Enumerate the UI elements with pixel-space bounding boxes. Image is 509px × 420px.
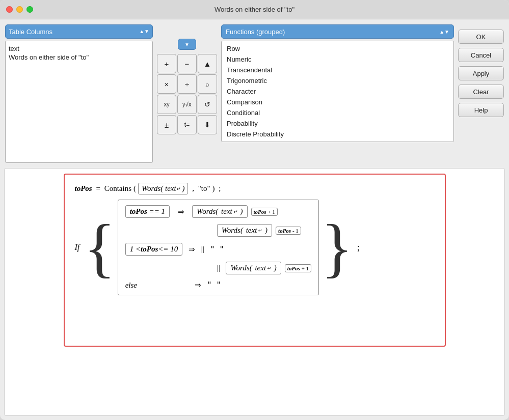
power-btn[interactable]: xy (157, 95, 176, 114)
close-paren-1: ) (212, 184, 217, 193)
list-item[interactable]: Trigonometric (222, 75, 453, 86)
else-label: else (125, 281, 156, 290)
list-item[interactable]: Conditional (222, 107, 453, 118)
columns-list[interactable]: text Words on either side of "to" (5, 41, 153, 163)
semicolon-1: ; (219, 184, 221, 193)
top-section: Table Columns ▲▼ text Words on either si… (0, 19, 509, 168)
divide-btn[interactable]: ÷ (177, 74, 197, 94)
main-window: Words on either side of "to" Table Colum… (0, 0, 509, 420)
formula-display: toPos = Contains ( Words( text↵ ) , "to"… (64, 174, 446, 347)
list-item[interactable]: Row (222, 43, 453, 54)
equals-sign: = (94, 184, 102, 193)
contains-fn: Contains (104, 184, 131, 193)
table-columns-dropdown[interactable]: Table Columns ▲▼ (5, 24, 153, 39)
functions-arrows-icon: ▲▼ (439, 29, 449, 35)
plus-minus-btn[interactable]: ± (157, 115, 176, 134)
dropdown-arrows-icon: ▲▼ (139, 29, 149, 34)
cycle-btn[interactable]: ↺ (198, 95, 217, 114)
list-item: text (9, 44, 149, 53)
case2-result: Words( text↵ ) (217, 224, 272, 237)
text-equal-btn[interactable]: t= (177, 115, 197, 134)
list-item[interactable]: Transcendental (222, 65, 453, 75)
formula-section: toPos = Contains ( Words( text↵ ) , "to"… (4, 168, 505, 416)
close-button[interactable] (6, 6, 13, 13)
table-columns-label: Table Columns (9, 28, 52, 36)
functions-panel: Functions (grouped) ▲▼ Row Numeric Trans… (221, 24, 454, 142)
functions-dropdown[interactable]: Functions (grouped) ▲▼ (221, 24, 454, 39)
up-arrow-btn[interactable]: ▲ (198, 54, 217, 73)
case4-sep: || (217, 264, 222, 272)
case3-arrow-icon: ⇒ (186, 245, 197, 254)
final-semicolon: ; (355, 242, 360, 253)
cancel-button[interactable]: Cancel (458, 48, 504, 62)
apply-button[interactable]: Apply (458, 66, 504, 80)
window-title: Words on either side of "to" (215, 6, 294, 13)
maximize-button[interactable] (26, 6, 33, 13)
left-brace: { (84, 200, 115, 295)
case2-sub: toPos - 1 (276, 227, 301, 235)
minus-btn[interactable]: − (177, 54, 197, 73)
list-item[interactable]: Numeric (222, 54, 453, 65)
case1-sub: toPos + 1 (251, 208, 278, 216)
functions-label: Functions (grouped) (226, 28, 285, 36)
case1-condition: toPos == 1 (125, 205, 170, 218)
special-btn[interactable]: ⬇ (198, 115, 217, 134)
case-row-2: Words( text↵ ) toPos - 1 (125, 224, 311, 237)
case-row-3: 1 < toPos <= 10 ⇒ || " " (125, 243, 311, 256)
traffic-lights (6, 6, 33, 13)
else-arrow-icon: ⇒ (195, 281, 203, 290)
root-btn[interactable]: y√x (177, 95, 197, 114)
comma-1: , (190, 184, 196, 193)
ok-button[interactable]: OK (458, 30, 504, 44)
case-row-4: || Words( text↵ ) toPos + 1 (125, 262, 311, 274)
if-block: If { toPos == 1 ⇒ Words( text↵ ) (75, 200, 435, 295)
action-buttons: OK Cancel Apply Clear Help (458, 24, 504, 117)
clear-button[interactable]: Clear (458, 85, 504, 99)
search-btn[interactable]: ⌕ (198, 74, 217, 94)
list-item: Words on either side of "to" (9, 53, 149, 62)
case-row-1: toPos == 1 ⇒ Words( text↵ ) toPos + 1 (125, 205, 311, 218)
small-dropdown[interactable]: ▼ (178, 39, 196, 50)
open-paren-1: ( (133, 184, 136, 193)
case3-str: " " (210, 245, 224, 254)
case1-arrow-icon: ⇒ (174, 207, 188, 216)
list-item[interactable]: Probability (222, 118, 453, 129)
case4-sub: toPos + 1 (285, 264, 311, 272)
formula-line-1: toPos = Contains ( Words( text↵ ) , "to"… (75, 183, 435, 194)
dropdown-arrow-icon: ▼ (184, 42, 190, 47)
case4-result: Words( text↵ ) (226, 262, 281, 274)
list-item[interactable]: Character (222, 86, 453, 97)
titlebar: Words on either side of "to" (0, 0, 509, 19)
help-button[interactable]: Help (458, 103, 504, 117)
cases-container: toPos == 1 ⇒ Words( text↵ ) toPos + 1 (118, 200, 319, 295)
case3-condition: 1 < toPos <= 10 (125, 243, 183, 256)
middle-panel: ▼ + − ▲ × ÷ ⌕ xy y√x ↺ ± t= ⬇ (157, 24, 217, 134)
operator-grid: + − ▲ × ÷ ⌕ xy y√x ↺ ± t= ⬇ (157, 54, 217, 134)
else-str: " " (207, 281, 221, 290)
minimize-button[interactable] (16, 6, 23, 13)
case-row-else: else ⇒ " " (125, 281, 311, 290)
topos-var: toPos (75, 184, 92, 193)
to-string: "to" (198, 184, 210, 193)
plus-btn[interactable]: + (157, 54, 176, 73)
left-panel: Table Columns ▲▼ text Words on either si… (5, 24, 153, 163)
multiply-btn[interactable]: × (157, 74, 176, 94)
functions-list[interactable]: Row Numeric Transcendental Trigonometric… (221, 41, 454, 142)
if-label: If (75, 243, 80, 252)
list-item[interactable]: Comparison (222, 97, 453, 107)
words-fn-box: Words( text↵ ) (138, 183, 188, 194)
list-item[interactable]: Discrete Probability (222, 129, 453, 139)
case3-sep: || (201, 245, 206, 254)
case1-result: Words( text↵ ) (192, 205, 247, 218)
right-brace: } (321, 200, 353, 295)
